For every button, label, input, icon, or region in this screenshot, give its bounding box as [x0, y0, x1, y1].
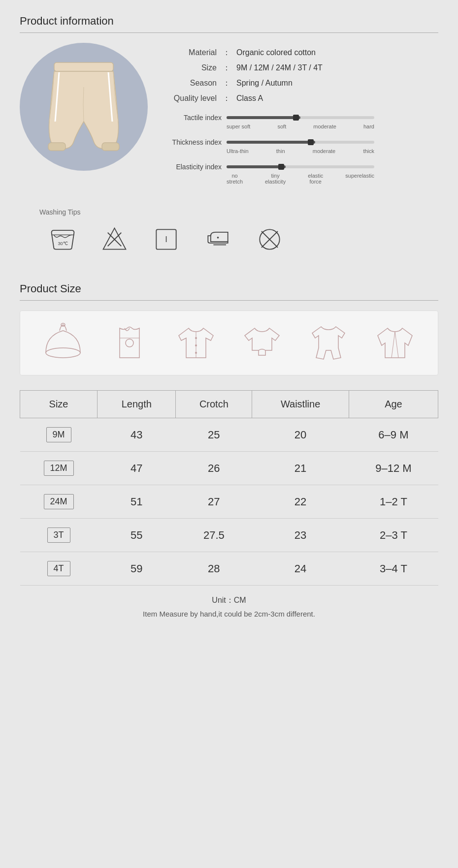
season-colon: ：	[223, 78, 230, 89]
svg-point-21	[195, 352, 197, 354]
table-row: 3T5527.5232–3 T	[20, 519, 438, 552]
product-details: Material ： Organic colored cotton Size ：…	[163, 43, 438, 193]
quality-row: Quality level ： Class A	[163, 93, 438, 104]
material-row: Material ： Organic colored cotton	[163, 48, 438, 58]
thickness-bar-fill	[227, 141, 315, 144]
col-header-crotch: Crotch	[176, 391, 252, 418]
product-image	[20, 43, 148, 171]
product-size-section: Product Size	[0, 268, 458, 633]
no-dry-clean-icon	[256, 226, 283, 253]
svg-rect-1	[48, 143, 65, 151]
tactile-bar-container: Tactile index	[163, 114, 438, 122]
material-label: Material	[163, 48, 217, 57]
cell-length: 59	[98, 552, 176, 586]
cell-waistline: 24	[252, 552, 349, 586]
cell-length: 55	[98, 519, 176, 552]
tumble-dry-icon: I	[153, 226, 180, 253]
washing-icons: 30℃ I	[39, 226, 438, 253]
tactile-label-1: super soft	[227, 124, 250, 129]
wash-30-icon: 30℃	[49, 226, 76, 253]
product-info-title: Product information	[20, 15, 438, 33]
cell-size: 3T	[20, 519, 98, 552]
size-table: Size Length Crotch Waistline Age 9M43252…	[20, 390, 438, 586]
cell-size: 24M	[20, 485, 98, 519]
size-badge: 4T	[47, 561, 70, 576]
elasticity-index-row: Elasticity index nostretch tinyelasticit…	[163, 163, 438, 185]
elasticity-label-1: nostretch	[227, 173, 243, 185]
svg-marker-4	[103, 228, 126, 249]
elasticity-bar-container: Elasticity index	[163, 163, 438, 171]
cell-age: 6–9 M	[349, 418, 438, 452]
svg-text:30℃: 30℃	[58, 241, 67, 246]
thickness-label-3: moderate	[313, 148, 335, 154]
col-header-size: Size	[20, 391, 98, 418]
season-row: Season ： Spring / Autumn	[163, 78, 438, 89]
cell-crotch: 27	[176, 485, 252, 519]
tactile-bar-track	[227, 116, 374, 119]
table-header-row: Size Length Crotch Waistline Age	[20, 391, 438, 418]
cell-waistline: 20	[252, 418, 349, 452]
table-row: 9M4325206–9 M	[20, 418, 438, 452]
svg-point-20	[195, 344, 197, 346]
cell-waistline: 23	[252, 519, 349, 552]
product-info-content: Material ： Organic colored cotton Size ：…	[20, 43, 438, 193]
tactile-label: Tactile index	[163, 114, 222, 122]
size-label: Size	[163, 63, 217, 72]
svg-point-16	[126, 339, 133, 347]
elasticity-label-4: superelastic	[345, 173, 374, 185]
thickness-label-4: thick	[363, 148, 374, 154]
tactile-label-4: hard	[363, 124, 374, 129]
cell-waistline: 21	[252, 452, 349, 485]
cell-age: 2–3 T	[349, 519, 438, 552]
vest-icon	[107, 321, 152, 365]
thickness-bar-container: Thickness index	[163, 138, 438, 146]
cell-size: 4T	[20, 552, 98, 586]
size-badge: 12M	[44, 461, 74, 476]
no-bleach-icon	[101, 226, 128, 253]
season-label: Season	[163, 79, 217, 88]
size-row: Size ： 9M / 12M / 24M / 3T / 4T	[163, 63, 438, 73]
cell-length: 43	[98, 418, 176, 452]
cell-crotch: 26	[176, 452, 252, 485]
col-header-age: Age	[349, 391, 438, 418]
cell-age: 9–12 M	[349, 452, 438, 485]
thickness-label: Thickness index	[163, 138, 222, 146]
cell-crotch: 25	[176, 418, 252, 452]
svg-rect-2	[102, 143, 119, 151]
cell-size: 9M	[20, 418, 98, 452]
col-header-length: Length	[98, 391, 176, 418]
elasticity-bar-labels: nostretch tinyelasticity elasticforce su…	[227, 173, 374, 185]
table-row: 12M4726219–12 M	[20, 452, 438, 485]
cardigan-icon	[373, 321, 417, 365]
thickness-bar-track	[227, 141, 374, 144]
tactile-bar-marker	[293, 115, 299, 121]
jacket-icon	[174, 321, 218, 365]
size-colon: ：	[223, 63, 230, 73]
cell-age: 1–2 T	[349, 485, 438, 519]
thickness-label-1: Ultra-thin	[227, 148, 249, 154]
svg-point-19	[195, 337, 197, 339]
size-badge: 24M	[44, 494, 74, 509]
size-badge: 9M	[46, 427, 71, 442]
size-badge: 3T	[47, 527, 70, 543]
quality-label: Quality level	[163, 94, 217, 103]
elasticity-bar-track	[227, 165, 374, 168]
tactile-bar-fill	[227, 116, 300, 119]
table-row: 24M5127221–2 T	[20, 485, 438, 519]
table-row: 4T5928243–4 T	[20, 552, 438, 586]
cell-waistline: 22	[252, 485, 349, 519]
bodysuit-icon	[240, 321, 284, 365]
hat-icon	[41, 321, 85, 365]
thickness-bar-marker	[308, 139, 314, 145]
disclaimer-text: Item Measure by hand,it could be 2cm-3cm…	[20, 610, 438, 618]
unit-text: Unit：CM	[20, 595, 438, 606]
tactile-label-2: soft	[277, 124, 286, 129]
material-colon: ：	[223, 48, 230, 58]
size-table-body: 9M4325206–9 M12M4726219–12 M24M5127221–2…	[20, 418, 438, 586]
size-value: 9M / 12M / 24M / 3T / 4T	[236, 63, 323, 72]
cell-crotch: 27.5	[176, 519, 252, 552]
product-info-section: Product information	[0, 0, 458, 263]
svg-point-10	[217, 237, 219, 239]
svg-point-14	[46, 348, 80, 358]
elasticity-label-2: tinyelasticity	[265, 173, 286, 185]
